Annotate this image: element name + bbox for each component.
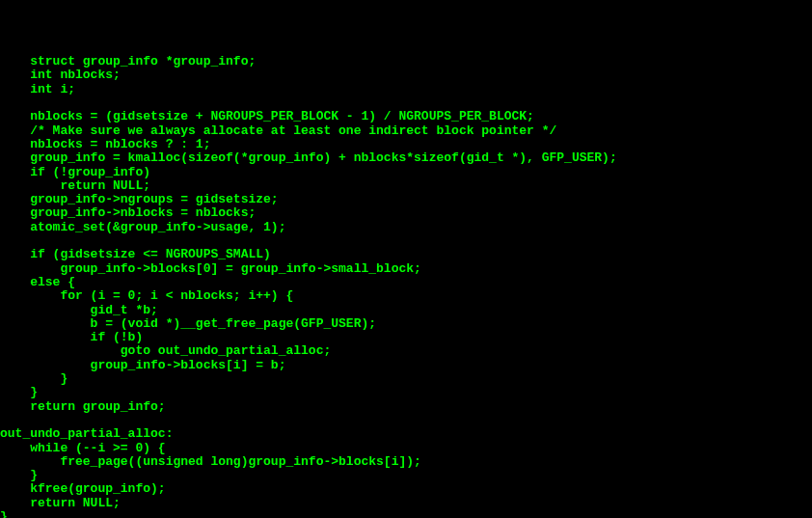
code-line: goto out_undo_partial_alloc; [0,343,331,358]
code-line: return NULL; [0,496,121,510]
code-line: out_undo_partial_alloc: [0,426,173,441]
code-line: atomic_set(&group_info->usage, 1); [0,220,285,234]
code-line: group_info->blocks[i] = b; [0,358,285,372]
code-line: group_info->nblocks = nblocks; [0,205,256,220]
code-block: struct group_info *group_info; int nbloc… [0,55,812,518]
code-line: return group_info; [0,399,166,414]
code-line: } [0,385,38,399]
code-line: struct group_info *group_info; [0,54,256,68]
code-line: gid_t *b; [0,303,158,317]
code-line: return NULL; [0,178,150,193]
code-line: int i; [0,82,75,96]
code-line: group_info = kmalloc(sizeof(*group_info)… [0,150,617,165]
code-line: nblocks = (gidsetsize + NGROUPS_PER_BLOC… [0,109,534,123]
code-line: nblocks = nblocks ? : 1; [0,137,210,151]
code-line: group_info->ngroups = gidsetsize; [0,192,279,206]
code-line: } [0,509,8,518]
code-line: int nblocks; [0,68,121,82]
code-line: kfree(group_info); [0,481,166,496]
code-line: if (!b) [0,330,143,344]
code-line: while (--i >= 0) { [0,441,166,455]
code-line: for (i = 0; i < nblocks; i++) { [0,288,293,303]
code-line: b = (void *)__get_free_page(GFP_USER); [0,316,376,331]
code-line: if (!group_info) [0,165,150,179]
code-line: free_page((unsigned long)group_info->blo… [0,454,421,469]
code-line: group_info->blocks[0] = group_info->smal… [0,261,421,276]
code-line: } [0,371,68,386]
code-line: } [0,468,38,482]
code-line: else { [0,275,75,289]
code-line: if (gidsetsize <= NGROUPS_SMALL) [0,247,271,261]
code-line: /* Make sure we always allocate at least… [0,123,556,138]
